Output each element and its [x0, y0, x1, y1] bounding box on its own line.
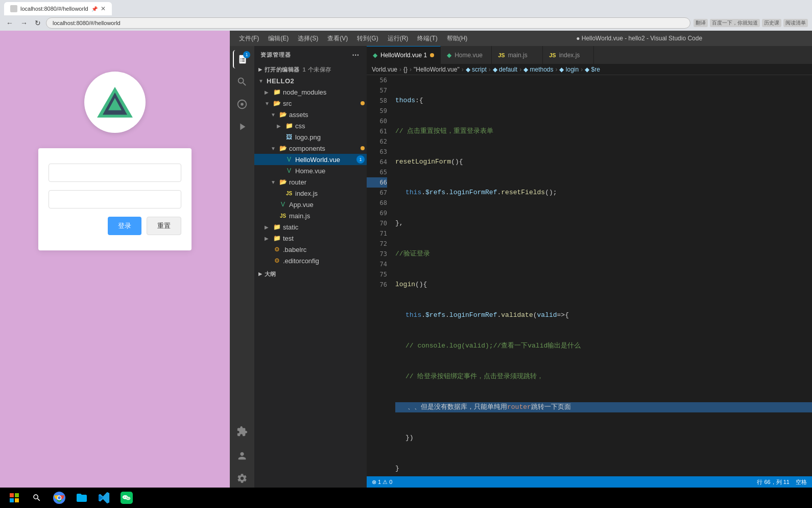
code-line-66: 、、但是没有数据库，只能单纯用router跳转一下页面	[395, 402, 812, 412]
tab-helloworld[interactable]: ◆ HelloWorld.vue 1	[367, 46, 441, 64]
home-vue-icon: V	[285, 167, 293, 175]
tree-item-editorconfig[interactable]: ⚙ .editorconfig	[254, 255, 367, 266]
taskbar-chrome[interactable]	[49, 488, 69, 508]
app-vue-icon: V	[279, 200, 287, 209]
router-index-js-icon: JS	[285, 189, 293, 197]
vscode-titlebar: 文件(F) 编辑(E) 选择(S) 查看(V) 转到(G) 运行(R) 终端(T…	[230, 31, 812, 46]
warning-count: 0	[389, 479, 392, 485]
taskbar-explorer[interactable]	[71, 488, 92, 508]
taskbar	[0, 488, 812, 508]
tree-item-src[interactable]: ▼ 📂 src	[254, 98, 367, 109]
tree-item-babelrc[interactable]: ⚙ .babelrc	[254, 244, 367, 255]
username-input[interactable]	[49, 164, 181, 182]
tree-root[interactable]: ▼ HELLO2	[254, 75, 367, 86]
tree-item-components[interactable]: ▼ 📂 components	[254, 143, 367, 154]
code-editor[interactable]: 56 57 58 59 60 61 62 63 64 65 66 67	[367, 75, 812, 476]
status-bar: ⊗ 1 ⚠ 0 行 66，列 11 空格	[367, 476, 812, 488]
tab-indexjs-icon: JS	[549, 52, 556, 58]
tree-item-home[interactable]: V Home.vue	[254, 165, 367, 176]
password-input[interactable]	[49, 190, 181, 209]
tab-index-js[interactable]: JS index.js	[543, 46, 594, 64]
main-js-icon: JS	[279, 212, 287, 220]
activity-account[interactable]	[233, 447, 251, 465]
menu-run[interactable]: 运行(R)	[384, 32, 413, 45]
line-numbers: 56 57 58 59 60 61 62 63 64 65 66 67	[367, 75, 391, 476]
code-line-58: resetLoginForm(){	[395, 157, 812, 167]
sidebar-menu-button[interactable]: ⋯	[351, 50, 361, 60]
activity-search[interactable]	[233, 73, 251, 91]
start-button[interactable]	[4, 490, 25, 505]
translate-ext[interactable]: 翻译	[694, 19, 708, 27]
login-button[interactable]: 登录	[108, 217, 141, 235]
explorer-icon	[76, 492, 88, 504]
activity-explorer[interactable]: 1	[233, 50, 251, 68]
activity-run[interactable]	[233, 118, 251, 136]
tab-home-vue-icon: ◆	[447, 52, 451, 59]
history-ext[interactable]: 历史课	[762, 19, 781, 27]
reset-button[interactable]: 重置	[147, 217, 181, 235]
taskbar-wechat[interactable]	[116, 488, 137, 508]
taskbar-vscode[interactable]	[94, 488, 114, 508]
svg-rect-4	[10, 493, 14, 497]
code-line-60: },	[395, 218, 812, 228]
browser-tab[interactable]: localhost:8080/#/helloworld 📌 ✕	[4, 2, 112, 15]
tree-item-node-modules[interactable]: ▶ 📁 node_modules	[254, 86, 367, 98]
reader-ext[interactable]: 阅读清单	[783, 19, 808, 27]
assets-folder-icon: 📂	[279, 110, 287, 119]
tab-pin-icon: 📌	[91, 6, 98, 12]
tree-item-logo[interactable]: 🖼 logo.png	[254, 131, 367, 143]
open-editors-chevron: ▶	[258, 67, 262, 72]
svg-point-3	[241, 103, 244, 106]
menu-help[interactable]: 帮助(H)	[443, 32, 472, 45]
menu-goto[interactable]: 转到(G)	[353, 32, 382, 45]
back-button[interactable]: ←	[4, 18, 15, 28]
tab-home[interactable]: ◆ Home.vue	[441, 46, 492, 64]
vscode-area: 文件(F) 编辑(E) 选择(S) 查看(V) 转到(G) 运行(R) 终端(T…	[230, 31, 812, 488]
menu-terminal[interactable]: 终端(T)	[413, 32, 441, 45]
tree-item-router[interactable]: ▼ 📂 router	[254, 176, 367, 188]
address-input[interactable]	[46, 17, 690, 29]
open-editors-section[interactable]: ▶ 打开的编辑器 1 个未保存	[254, 64, 367, 75]
tree-item-main[interactable]: JS main.js	[254, 210, 367, 221]
code-line-57: // 点击重置按钮，重置登录表单	[395, 126, 812, 136]
tree-item-app[interactable]: V App.vue	[254, 199, 367, 210]
menu-view[interactable]: 查看(V)	[323, 32, 352, 45]
router-index-label: index.js	[295, 190, 367, 197]
outline-section[interactable]: ▶ 大纲	[254, 268, 367, 280]
baidu-ext[interactable]: 百度一下，你就知道	[710, 19, 760, 27]
test-folder-icon: 📁	[273, 234, 281, 242]
menu-file[interactable]: 文件(F)	[235, 32, 263, 45]
test-label: test	[283, 235, 367, 242]
login-form: 登录 重置	[38, 148, 192, 250]
status-errors[interactable]: ⊗ 1 ⚠ 0	[372, 479, 392, 486]
tree-item-router-index[interactable]: JS index.js	[254, 188, 367, 199]
tree-item-static[interactable]: ▶ 📁 static	[254, 221, 367, 233]
refresh-button[interactable]: ↻	[33, 18, 43, 28]
router-folder-icon: 📂	[279, 178, 287, 186]
activity-extensions[interactable]	[233, 422, 251, 441]
tab-close-button[interactable]: ✕	[101, 5, 106, 12]
code-line-59: this.$refs.loginFormRef.resetFields();	[395, 188, 812, 198]
tree-item-test[interactable]: ▶ 📁 test	[254, 233, 367, 244]
tree-item-css[interactable]: ▶ 📁 css	[254, 120, 367, 131]
editorconfig-label: .editorconfig	[283, 257, 367, 265]
activity-git[interactable]	[233, 95, 251, 113]
assets-expand: ▼	[271, 112, 277, 118]
babelrc-icon: ⚙	[273, 245, 281, 253]
menu-select[interactable]: 选择(S)	[294, 32, 322, 45]
root-expand-icon: ▼	[258, 78, 265, 84]
src-expand: ▼	[265, 101, 271, 106]
tree-item-assets[interactable]: ▼ 📂 assets	[254, 109, 367, 120]
tab-main-js[interactable]: JS main.js	[492, 46, 543, 64]
code-line-56: thods:{	[395, 96, 812, 106]
browser-preview: 登录 重置	[0, 31, 230, 488]
activity-settings[interactable]	[233, 469, 251, 488]
code-line-62: login(){	[395, 280, 812, 290]
forward-button[interactable]: →	[18, 18, 30, 28]
main-label: main.js	[289, 212, 367, 220]
menu-edit[interactable]: 编辑(E)	[264, 32, 293, 45]
chrome-icon	[53, 492, 65, 504]
encoding-info: 空格	[796, 478, 807, 486]
tree-item-helloworld[interactable]: V HelloWorld.vue 1	[254, 154, 367, 165]
taskbar-search-button[interactable]	[27, 490, 47, 505]
